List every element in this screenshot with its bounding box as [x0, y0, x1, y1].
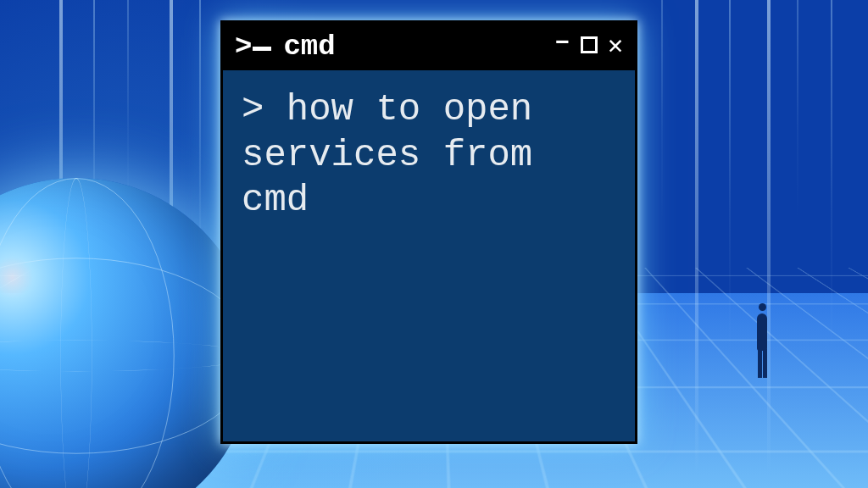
terminal-body[interactable]: > how to open services from cmd: [223, 70, 635, 241]
bg-person-silhouette: [749, 302, 775, 378]
terminal-window[interactable]: > cmd – ✕ > how to open services from cm…: [220, 20, 637, 444]
window-title: cmd: [283, 30, 542, 63]
terminal-command-text: how to open services from cmd: [242, 88, 532, 221]
close-button[interactable]: ✕: [608, 34, 623, 59]
minimize-button[interactable]: –: [554, 28, 570, 55]
titlebar[interactable]: > cmd – ✕: [223, 23, 635, 70]
bg-globe: [0, 178, 254, 488]
bg-streak: [797, 0, 798, 220]
maximize-button[interactable]: [581, 34, 598, 59]
window-controls: – ✕: [554, 33, 623, 60]
bg-streak: [661, 0, 663, 220]
prompt-symbol: >: [242, 88, 264, 130]
terminal-icon: >: [235, 30, 271, 63]
background-scene: > cmd – ✕ > how to open services from cm…: [0, 0, 868, 488]
